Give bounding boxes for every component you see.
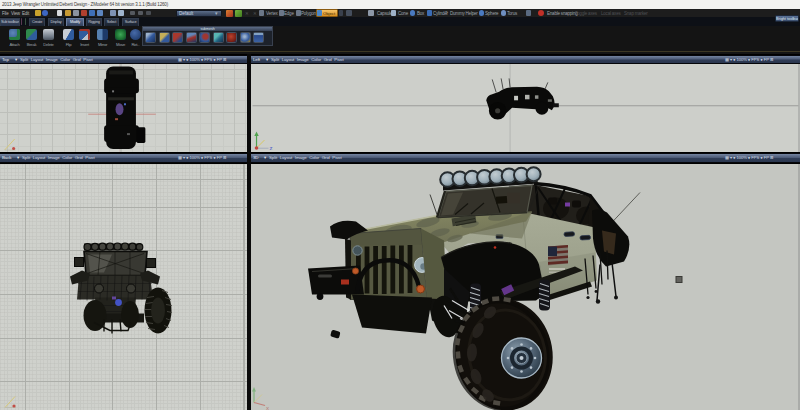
- svg-text:x: x: [266, 404, 269, 410]
- svg-text:z: z: [269, 145, 272, 151]
